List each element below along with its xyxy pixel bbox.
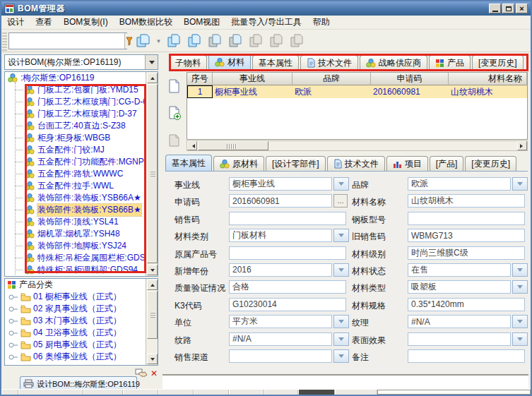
form-input[interactable] [229,332,332,346]
tab-material-3[interactable]: 技术文件 [300,55,358,70]
tab-material-1[interactable]: 材料 [208,54,251,70]
form-input[interactable] [229,229,332,242]
form-input[interactable] [229,298,346,311]
tree-item[interactable]: 门板工艺:木框玻璃门:CG-D-02 [5,96,146,108]
tree-item[interactable]: 装饰部件:装饰板:YSB66B★ [5,204,146,216]
table-row[interactable]: 1橱柜事业线欧派2016060981山纹胡桃木 [187,85,527,98]
tree-item[interactable]: 门板工艺:包覆门板:YMD15 [5,84,146,96]
scroll-right-icon[interactable] [517,141,527,150]
form-input[interactable] [229,280,346,294]
minimize-button[interactable] [489,4,501,13]
dropdown-button[interactable] [333,177,349,191]
menu-item-1[interactable]: 查看 [30,15,58,30]
form-input[interactable] [408,177,511,191]
form-input[interactable] [408,332,511,346]
form-input[interactable] [229,194,332,208]
menu-item-6[interactable]: 帮助 [307,15,336,30]
new-document-icon[interactable] [167,79,182,95]
tree-item[interactable]: 五金配件:拉手:WWL [5,180,146,192]
close-button[interactable]: × [516,4,528,13]
search-input[interactable] [9,33,124,49]
tree-item[interactable]: 特殊柜:吊柜调料架:GDS94 [5,264,146,276]
tree-expander-icon[interactable] [8,306,18,313]
tab-detail-1[interactable]: 原材料 [213,156,264,171]
dropdown-button[interactable] [333,229,349,242]
form-input[interactable] [408,298,525,311]
product-scrollbar[interactable] [146,279,158,365]
table-cell[interactable]: 1 [187,85,213,98]
form-input[interactable] [408,280,511,294]
tree-item[interactable]: 装饰部件:装饰板:YSB66A★ [5,192,146,204]
ellipsis-button[interactable]: … [333,194,348,208]
form-input[interactable] [408,246,525,260]
copy-bom-icon[interactable] [165,32,182,50]
column-header[interactable]: 品牌 [292,73,371,85]
menu-item-2[interactable]: BOM复制(I) [58,15,114,30]
dropdown-button[interactable] [333,349,349,363]
column-header[interactable]: 申请码 [371,73,449,85]
tree-item[interactable]: 五金配件:门功能配件:MGNPJ [5,156,146,168]
tree-expander-icon[interactable] [8,294,18,301]
menu-item-4[interactable]: BOM视图 [178,15,225,30]
tree-item[interactable]: 五金配件:路轨:WWWC [5,168,146,180]
dropdown-button[interactable] [333,263,349,277]
tab-material-5[interactable]: 产品 [429,55,471,70]
dropdown-button[interactable] [512,280,528,294]
add-document-icon[interactable] [167,106,182,121]
column-header[interactable]: 事业线 [213,73,292,85]
table-hscrollbar[interactable] [187,140,528,151]
scroll-thumb[interactable] [147,84,158,263]
copy-structure-icon[interactable] [206,32,223,50]
tab-detail-0[interactable]: 基本属性 [165,155,212,171]
maximize-button[interactable] [502,4,514,13]
form-input[interactable] [229,263,332,277]
form-input[interactable] [408,263,511,277]
tree-expander-icon[interactable] [8,318,18,325]
tree-expander-icon[interactable] [8,342,18,349]
tree-root[interactable]: :梅尔斯堡:OP16119 [5,72,146,84]
product-category-item[interactable]: 05 厨电事业线（正式） [5,339,146,351]
copy-partial-icon[interactable] [227,32,244,50]
dropdown-button[interactable] [333,332,349,346]
menu-item-5[interactable]: 批量导入/导出工具 [225,15,307,30]
scroll-up-icon[interactable] [147,73,158,83]
tree-expander-icon[interactable] [8,330,18,337]
table-cell[interactable]: 欧派 [292,85,371,98]
tab-detail-6[interactable]: [变更历史] [465,156,516,171]
product-category-item[interactable]: 06 奥维事业线（正式） [5,351,146,363]
tab-material-0[interactable]: 子物料 [169,55,207,70]
tab-material-2[interactable]: 基本属性 [252,55,299,70]
close-panel-icon[interactable]: ✕ [150,368,158,379]
menu-item-0[interactable]: 设计 [1,15,30,30]
table-cell[interactable]: 2016060981 [371,85,449,98]
copy-bom-with-doc-icon[interactable] [186,32,203,50]
dropdown-button[interactable] [512,315,528,328]
tree-scrollbar[interactable] [146,72,158,276]
tab-material-4[interactable]: 战略供应商 [360,55,427,70]
dropdown-button[interactable] [512,263,528,277]
tree-item[interactable]: 装饰部件:顶线:YSL41 [5,216,146,228]
form-input[interactable] [229,177,332,191]
form-input[interactable] [408,212,525,225]
tab-detail-5[interactable]: [产品] [430,156,464,171]
scroll-down-icon[interactable] [147,354,158,364]
form-input[interactable] [408,194,525,208]
form-input[interactable] [229,212,346,225]
bom-stack-button[interactable] [133,32,154,50]
tree-item[interactable]: 装饰部件:地脚板:YSJ24 [5,240,146,252]
product-category-item[interactable]: 03 木门事业线（正式） [5,315,146,327]
tree-item[interactable]: 特殊柜:吊柜金属围栏柜:GDS92 [5,252,146,264]
tree-item[interactable]: 烟机罩:烟机罩:YSH48 [5,228,146,240]
scroll-left-icon[interactable] [187,141,197,150]
form-input[interactable] [408,229,525,242]
tab-detail-4[interactable]: 项目 [386,156,428,171]
column-header[interactable]: 材料名称 [449,73,527,85]
menu-item-3[interactable]: BOM数据比较 [114,15,178,30]
toolbar-grip[interactable] [2,31,7,51]
column-header[interactable]: 序号 [187,73,213,85]
dropdown-button[interactable] [333,315,349,328]
tree-item[interactable]: 台面工艺:40直边:S-Z38 [5,120,146,132]
scroll-up-icon[interactable] [147,280,158,290]
tab-material-6[interactable]: [变更历史] [472,55,524,70]
dropdown-button[interactable] [512,332,528,346]
